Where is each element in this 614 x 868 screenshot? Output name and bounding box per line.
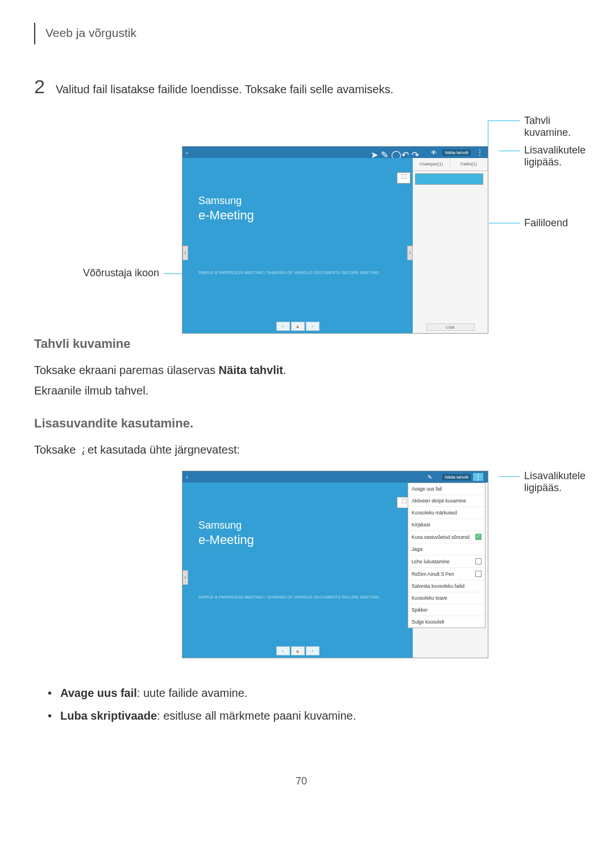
pager-host-icon[interactable]: ▲ [291, 322, 305, 331]
pager: ‹ ▲ › [276, 322, 320, 331]
callout-text: Lisavalikutele [524, 144, 586, 156]
text-fragment: , et kasutada ühte järgnevatest: [81, 443, 240, 456]
pager-prev[interactable]: ‹ [276, 646, 290, 655]
page-header: Veeb ja võrgustik [45, 23, 569, 44]
menu-item[interactable]: Kuva vastuvõetud sõnumid [408, 531, 485, 543]
diagram-2: Lisavalikutele ligipääs. ‹ ✎ Näita tahvl… [34, 468, 569, 667]
menu-item[interactable]: Salvesta koosoleku failid [408, 580, 485, 592]
tab-files[interactable]: Failid(1) [450, 158, 488, 171]
panel-handle-left[interactable]: › [182, 246, 188, 260]
tabs: Osalejad(1) Failid(1) [413, 158, 488, 171]
options-dropdown: Avage uus fail Aktiveeri skripti kuvamin… [408, 483, 486, 628]
brand-text-1: Samsung [198, 520, 413, 531]
bullet-item: • Avage uus fail: uute failide avamine. [48, 684, 569, 701]
callout-text: ligipääs. [524, 156, 562, 168]
brand-text-2: e-Meeting [198, 533, 413, 547]
bullet-bold: Avage uus fail [60, 687, 137, 699]
app-right-panel: Osalejad(1) Failid(1) Lisa [413, 158, 488, 333]
menu-item[interactable]: Jaga: [408, 543, 485, 555]
bullet-item: • Luba skriptivaade: esitluse all märkme… [48, 707, 569, 724]
menu-item[interactable]: Koosoleku teave [408, 592, 485, 604]
menu-dots-icon [79, 442, 81, 450]
eye-icon[interactable]: 👁 [431, 149, 437, 156]
section-heading-1: Tahvli kuvamine [34, 337, 569, 351]
file-list [413, 171, 488, 187]
callout-line [499, 151, 520, 151]
brand-text-1: Samsung [198, 195, 413, 207]
panel-handle-left[interactable]: › [182, 570, 188, 585]
diagram-1: Tahvli kuvamine. Lisavalikutele ligipääs… [34, 115, 569, 314]
body-text: Ekraanile ilmub tahvel. [34, 382, 569, 399]
app-left-panel: ⬚ Samsung e-Meeting SIMPLE & PAPERLESS M… [182, 483, 413, 658]
section-heading-2: Lisasuvandite kasutamine. [34, 416, 569, 431]
app-screenshot-1: ‹ ➤ ✎ ◯ ↶ ↷ 👁 Näita tahvlit ⋮ ⬚ Samsung … [182, 146, 488, 334]
file-item[interactable] [415, 173, 483, 185]
pager: ‹ ▲ › [276, 646, 320, 655]
callout-text: Lisavalikutele [524, 470, 586, 481]
menu-item[interactable]: Spikker [408, 604, 485, 616]
tab-participants[interactable]: Osalejad(1) [413, 158, 450, 171]
menu-item[interactable]: Sulge koosolek [408, 616, 485, 628]
pager-next[interactable]: › [306, 646, 320, 655]
eraser-icon[interactable]: ◯ [391, 149, 397, 155]
cursor-icon[interactable]: ➤ [371, 149, 376, 155]
body-text: Toksake , et kasutada ühte järgnevatest: [34, 441, 569, 458]
back-icon[interactable]: ‹ [186, 149, 188, 156]
bullet-bold: Luba skriptivaade [60, 709, 157, 722]
pager-host-icon[interactable]: ▲ [291, 646, 305, 655]
pencil-icon[interactable]: ✎ [428, 474, 432, 480]
text-fragment: Toksake [34, 443, 79, 456]
app-screenshot-2: ‹ ✎ Näita tahvlit ⋮ ⬚ Samsung e-Meeting … [182, 471, 488, 658]
menu-item[interactable]: Aktiveeri skripti kuvamine [408, 495, 485, 507]
callout-label: Lisavalikutele ligipääs. [524, 470, 586, 494]
brand-tagline: SIMPLE & PAPERLESS MEETING / SHARING OF … [198, 271, 413, 275]
pager-prev[interactable]: ‹ [276, 322, 290, 331]
app-left-panel: ⬚ Samsung e-Meeting SIMPLE & PAPERLESS M… [182, 158, 413, 333]
app-topbar: ‹ ➤ ✎ ◯ ↶ ↷ 👁 Näita tahvlit ⋮ [182, 147, 488, 158]
app-topbar: ‹ ✎ Näita tahvlit ⋮ [182, 471, 488, 483]
text-bold: Näita tahvlit [219, 364, 283, 376]
callout-text: ligipääs. [524, 482, 562, 493]
menu-item[interactable]: Režiim Ainult S Pen [408, 568, 485, 580]
brand-tagline: SIMPLE & PAPERLESS MEETING / SHARING OF … [198, 595, 413, 599]
toolbar-icons: ➤ ✎ ◯ ↶ ↷ [371, 149, 417, 155]
callout-line [499, 476, 520, 477]
callout-label: Võõrustaja ikoon [68, 267, 159, 279]
undo-icon[interactable]: ↶ [401, 149, 407, 155]
callout-line [489, 223, 520, 223]
show-board-button[interactable]: Näita tahvlit [442, 149, 471, 156]
menu-icon[interactable]: ⋮ [476, 148, 483, 156]
step-number: 2 [34, 76, 56, 98]
back-icon[interactable]: ‹ [186, 474, 188, 480]
callout-label: Tahvli kuvamine. [524, 115, 571, 139]
bullet-rest: : uute failide avamine. [137, 687, 248, 699]
pencil-icon[interactable]: ✎ [381, 149, 387, 155]
redo-icon[interactable]: ↷ [412, 149, 417, 155]
checkbox-icon[interactable] [475, 558, 482, 564]
body-text: Toksake ekraani paremas ülaservas Näita … [34, 362, 569, 379]
checkbox-icon[interactable] [475, 534, 482, 540]
bullet-rest: : esitluse all märkmete paani kuvamine. [157, 709, 356, 722]
text-fragment: . [283, 364, 287, 376]
menu-item[interactable]: Koosoleku märkused [408, 507, 485, 519]
menu-item[interactable]: Avage uus fail [408, 483, 485, 495]
step-text: Valitud fail lisatakse failide loendisse… [56, 81, 569, 96]
page-number: 70 [34, 775, 569, 787]
menu-item[interactable]: Kirjakast [408, 519, 485, 531]
thumbnail-icon[interactable]: ⬚ [397, 172, 410, 184]
callout-label: Lisavalikutele ligipääs. [524, 144, 586, 168]
checkbox-icon[interactable] [475, 571, 482, 577]
callout-label: Faililoend [524, 217, 568, 229]
panel-handle-right[interactable]: › [407, 246, 413, 260]
callout-line [488, 121, 488, 149]
brand-text-2: e-Meeting [198, 208, 413, 223]
bullet-dot-icon: • [48, 684, 60, 701]
menu-item[interactable]: Lehe lukustamine [408, 555, 485, 568]
pager-next[interactable]: › [306, 322, 320, 331]
add-button[interactable]: Lisa [426, 323, 475, 331]
menu-icon[interactable]: ⋮ [473, 473, 483, 481]
bullet-dot-icon: • [48, 707, 60, 724]
callout-line [488, 121, 520, 121]
show-board-button[interactable]: Näita tahvlit [442, 474, 471, 480]
step-row: 2 Valitud fail lisatakse failide loendis… [34, 76, 569, 98]
